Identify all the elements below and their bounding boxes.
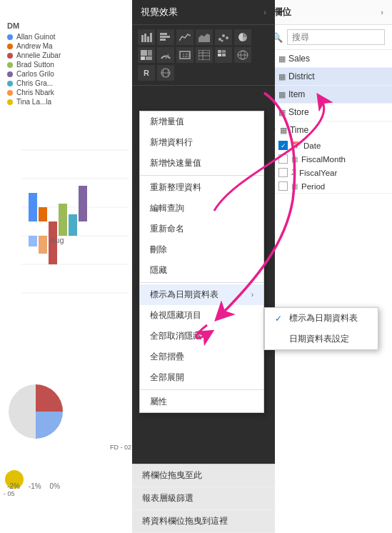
field-checkbox-fiscalyear[interactable]	[278, 168, 288, 177]
viz-icon-treemap[interactable]	[138, 47, 155, 63]
fields-panel: 欄位 › 🔍 ▶ ▦ Sales ▶ ▦ District ▶ ▦ Item ▶	[263, 0, 392, 533]
field-group-sales: ▶ ▦ Sales	[264, 50, 392, 68]
viz-icon-bar[interactable]	[138, 29, 155, 45]
field-label-fiscalmonth: FiscalMonth	[301, 155, 346, 164]
svg-text:123: 123	[182, 53, 191, 58]
svg-rect-31	[141, 56, 145, 60]
menu-item-properties[interactable]: 屬性	[140, 392, 263, 412]
field-group-header-district[interactable]: ▶ ▦ District	[264, 68, 392, 85]
separator	[140, 389, 263, 390]
field-item-date[interactable]: ✓ 📅 Date	[264, 139, 392, 152]
drag-data-here[interactable]: 將資料欄位拖曳到這裡	[132, 510, 275, 533]
field-label-fiscalyear: FiscalYear	[299, 169, 337, 177]
viz-icon-table[interactable]	[196, 47, 213, 63]
drag-field-here[interactable]: 將欄位拖曳至此	[132, 464, 275, 487]
report-filter[interactable]: 報表層級篩選	[132, 487, 275, 510]
field-group-header-sales[interactable]: ▶ ▦ Sales	[264, 50, 392, 67]
legend-label: Allan Guinot	[16, 33, 55, 41]
svg-rect-22	[160, 36, 170, 38]
bottom-05-label: - 05	[4, 490, 15, 497]
viz-icon-gauge[interactable]	[157, 47, 174, 63]
menu-item-add-column[interactable]: 新增資料行	[140, 132, 263, 153]
menu-item-add-measure[interactable]: 新增量值	[140, 111, 263, 132]
field-group-header-store[interactable]: ▶ ▦ Store	[264, 104, 392, 121]
viz-icon-line[interactable]	[176, 29, 194, 45]
menu-item-unhide-all[interactable]: 全部取消隱藏	[140, 326, 263, 347]
menu-item-add-quick-measure[interactable]: 新增快速量值	[140, 153, 263, 174]
field-table-icon: ▦	[291, 155, 298, 163]
legend-dot	[7, 99, 13, 105]
fields-title: 欄位	[273, 6, 291, 19]
svg-point-25	[218, 38, 221, 41]
legend-dot	[7, 71, 13, 77]
field-checkbox-fiscalmonth[interactable]	[278, 154, 288, 164]
sub-context-menu: ✓ 標示為日期資料表 ✓ 日期資料表設定	[264, 307, 378, 350]
field-item-fiscalmonth[interactable]: ▦ FiscalMonth	[264, 152, 392, 166]
field-table-icon2: ▦	[291, 182, 298, 190]
axis-label-2: -1%	[29, 482, 41, 490]
viz-icon-hbar[interactable]	[157, 29, 174, 45]
viz-icon-map[interactable]	[234, 47, 251, 63]
field-checkbox-period[interactable]	[278, 181, 288, 191]
fd-02-label: FD - 02	[110, 444, 131, 451]
svg-rect-9	[59, 204, 67, 236]
sub-menu-date-table-settings[interactable]: ✓ 日期資料表設定	[265, 329, 378, 349]
separator	[140, 175, 263, 176]
field-label-period: Period	[301, 182, 325, 191]
field-label-date: Date	[303, 141, 321, 150]
svg-rect-23	[160, 39, 166, 41]
viz-header: 視覺效果 ›	[132, 0, 275, 25]
field-group-name-sales: Sales	[288, 54, 310, 64]
viz-icon-area[interactable]	[196, 29, 213, 45]
legend-label: Carlos Grilo	[16, 70, 54, 78]
menu-item-mark-date-table[interactable]: 標示為日期資料表 ›	[140, 284, 263, 305]
field-group-district: ▶ ▦ District	[264, 68, 392, 86]
menu-item-collapse-all[interactable]: 全部摺疊	[140, 347, 263, 367]
legend-dot	[7, 53, 13, 59]
sub-menu-mark-date-table[interactable]: ✓ 標示為日期資料表	[265, 308, 378, 329]
fields-chevron[interactable]: ›	[381, 8, 383, 16]
svg-point-28	[221, 40, 223, 42]
svg-rect-42	[218, 54, 221, 56]
table-icon: ▦	[278, 90, 286, 99]
menu-item-edit-query[interactable]: 編輯查詢	[140, 198, 263, 219]
legend-label: Chris Gra...	[16, 79, 53, 87]
legend-dot	[7, 44, 13, 49]
viz-panel-chevron[interactable]: ›	[263, 8, 266, 16]
viz-icon-matrix[interactable]	[215, 47, 232, 63]
menu-item-expand-all[interactable]: 全部展開	[140, 367, 263, 388]
legend-label: Andrew Ma	[16, 42, 53, 50]
field-item-period[interactable]: ▦ Period	[264, 179, 392, 193]
viz-icon-globe[interactable]	[157, 65, 174, 81]
svg-rect-7	[39, 207, 47, 221]
menu-item-delete[interactable]: 刪除	[140, 239, 263, 260]
field-item-fiscalyear[interactable]: Σ FiscalYear	[264, 166, 392, 179]
field-group-item: ▶ ▦ Item	[264, 86, 392, 104]
menu-item-view-hidden[interactable]: 檢視隱藏項目	[140, 305, 263, 326]
legend-item: Andrew Ma	[7, 42, 61, 50]
viz-icon-scatter[interactable]	[215, 29, 232, 45]
svg-rect-20	[150, 33, 152, 42]
field-group-header-item[interactable]: ▶ ▦ Item	[264, 86, 392, 103]
viz-icon-card[interactable]: 123	[176, 47, 194, 63]
svg-marker-24	[198, 34, 210, 42]
check-icon: ✓	[275, 314, 285, 324]
menu-item-rename[interactable]: 重新命名	[140, 219, 263, 239]
fields-search-area: 🔍	[264, 25, 392, 50]
viz-icon-r[interactable]: R	[138, 65, 155, 81]
svg-rect-11	[79, 186, 87, 221]
legend-item: Allan Guinot	[7, 33, 61, 41]
search-input[interactable]	[287, 29, 385, 45]
separator	[140, 282, 263, 283]
viz-icon-pie[interactable]	[234, 29, 251, 45]
svg-point-27	[226, 36, 228, 39]
field-checkbox-date[interactable]: ✓	[278, 141, 288, 150]
svg-rect-32	[146, 56, 152, 60]
legend-dot	[7, 34, 13, 40]
field-group-header-time[interactable]: ▼ ▦ Time	[264, 121, 392, 139]
viz-panel: 視覺效果 › 123	[132, 0, 275, 533]
menu-item-hide[interactable]: 隱藏	[140, 260, 263, 281]
aug-label: Aug	[50, 236, 64, 244]
menu-item-refresh[interactable]: 重新整理資料	[140, 177, 263, 198]
sigma-icon: Σ	[291, 169, 296, 176]
